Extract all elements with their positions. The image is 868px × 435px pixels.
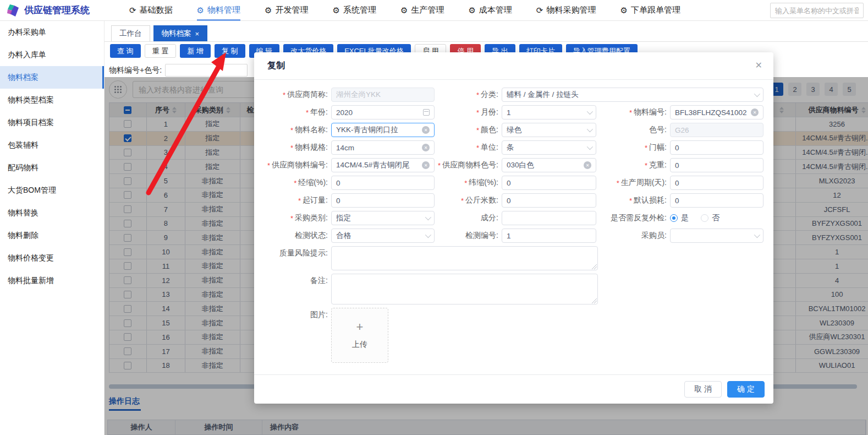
toolbar-button-2[interactable]: 重 置 xyxy=(145,44,177,58)
unit-select[interactable]: 条 xyxy=(502,140,596,155)
nav-item-label: 系统管理 xyxy=(343,5,376,15)
default_loss-field[interactable]: 0 xyxy=(670,193,763,208)
repeat_inspection-radio-2[interactable]: 否 xyxy=(701,213,719,223)
remark-textarea[interactable] xyxy=(331,274,598,304)
category-select[interactable]: 辅料 / 金属件 / 拉链头 xyxy=(502,88,763,102)
sidebar-item-1[interactable]: 办料采购单 xyxy=(0,21,104,44)
gram_weight-label: *克重: xyxy=(604,160,670,170)
sidebar-item-10[interactable]: 物料删除 xyxy=(0,224,104,247)
required-asterisk: * xyxy=(464,179,467,187)
clear-icon[interactable]: ✕ xyxy=(422,126,430,134)
clear-icon[interactable]: ✕ xyxy=(751,108,759,116)
sidebar-item-9[interactable]: 物料替换 xyxy=(0,202,104,224)
year-field[interactable]: 2020 xyxy=(331,105,435,119)
gear-icon: ⚙ xyxy=(468,6,475,14)
nav-item-label: 物料管理 xyxy=(207,5,240,15)
purchase_type-select[interactable]: 指定 xyxy=(331,211,435,225)
quality_risk_note-textarea[interactable] xyxy=(331,246,598,270)
image-upload-button[interactable]: +上传 xyxy=(331,308,388,363)
nav-menu: ⟳基础数据⚙物料管理⚙开发管理⚙系统管理⚙生产管理⚙成本管理⟳物料采购管理⚙下单… xyxy=(129,0,680,21)
sidebar-item-11[interactable]: 物料价格变更 xyxy=(0,247,104,269)
test_status-select[interactable]: 合格 xyxy=(331,229,435,243)
close-icon[interactable]: ✕ xyxy=(755,60,762,70)
clear-icon[interactable]: ✕ xyxy=(422,144,430,151)
min_order_qty-label: *起订量: xyxy=(263,195,331,205)
nav-item-4[interactable]: ⚙系统管理 xyxy=(332,0,376,21)
weft_shrink-field[interactable]: 0 xyxy=(502,176,596,190)
unit-form-item: *单位:条 xyxy=(435,140,604,155)
tab-label: 物料档案 xyxy=(162,29,191,39)
sidebar-item-2[interactable]: 办料入库单 xyxy=(0,44,104,66)
menu-search-input[interactable] xyxy=(770,3,864,18)
default_loss-form-item: *默认损耗:0 xyxy=(604,193,765,208)
material_name-field[interactable]: YKK-青古铜闭口拉✕ xyxy=(331,123,435,137)
month-select[interactable]: 1 xyxy=(502,105,596,119)
sidebar-item-3[interactable]: 物料档案 xyxy=(0,66,104,89)
color-select[interactable]: 绿色 xyxy=(502,123,596,137)
material-code-color-filter-input[interactable] xyxy=(165,64,248,77)
supplier_material_color_no-field[interactable]: 030白色✕ xyxy=(502,158,596,172)
toolbar-button-1[interactable]: 查 询 xyxy=(110,44,141,58)
nav-item-1[interactable]: ⟳基础数据 xyxy=(129,0,173,21)
test_status-form-item: 检测状态:合格 xyxy=(263,229,435,243)
kg_meters-field[interactable]: 0 xyxy=(502,193,596,208)
required-asterisk: * xyxy=(461,197,464,205)
supplier_material_code-form-item: *供应商物料编号:14CM/4.5#青古铜闭尾✕ xyxy=(263,158,435,172)
test_no-field[interactable]: 1 xyxy=(502,229,596,243)
clear-icon[interactable]: ✕ xyxy=(584,161,591,169)
clear-icon[interactable]: ✕ xyxy=(422,161,430,169)
radio-circle-icon xyxy=(670,214,678,222)
sidebar-item-12[interactable]: 物料批量新增 xyxy=(0,269,104,292)
quality_risk_note-label: 质量风险提示: xyxy=(263,246,331,258)
door_width-field[interactable]: 0 xyxy=(670,140,763,155)
chevron-down-icon xyxy=(425,232,431,238)
supplier_material_code-field[interactable]: 14CM/4.5#青古铜闭尾✕ xyxy=(331,158,435,172)
color-label: *颜色: xyxy=(435,125,502,135)
nav-item-6[interactable]: ⚙成本管理 xyxy=(468,0,512,21)
resize-handle-icon[interactable] xyxy=(592,298,597,303)
buyer-select[interactable] xyxy=(670,229,763,243)
chevron-down-icon xyxy=(587,108,593,115)
year-label: *年份: xyxy=(263,107,331,117)
warp_shrink-field[interactable]: 0 xyxy=(331,176,435,190)
composition-label: 成分: xyxy=(435,213,502,223)
top-nav: 供应链管理系统 ⟳基础数据⚙物料管理⚙开发管理⚙系统管理⚙生产管理⚙成本管理⟳物… xyxy=(0,0,868,21)
composition-field[interactable] xyxy=(502,211,596,225)
sidebar-item-5[interactable]: 物料项目档案 xyxy=(0,111,104,134)
material_code-label: *物料编号: xyxy=(604,107,670,117)
nav-item-7[interactable]: ⟳物料采购管理 xyxy=(536,0,596,21)
sidebar-item-4[interactable]: 物料类型档案 xyxy=(0,89,104,111)
nav-item-2[interactable]: ⚙物料管理 xyxy=(197,0,240,21)
material_spec-field[interactable]: 14cm✕ xyxy=(331,140,435,155)
material_spec-label: *物料规格: xyxy=(263,143,331,153)
tab-2[interactable]: 物料档案× xyxy=(153,25,208,41)
nav-item-5[interactable]: ⚙生产管理 xyxy=(400,0,444,21)
sidebar-item-7[interactable]: 配码物料 xyxy=(0,156,104,179)
material_name-label: *物料名称: xyxy=(263,125,331,135)
confirm-button[interactable]: 确 定 xyxy=(727,381,765,398)
gram_weight-field[interactable]: 0 xyxy=(670,158,763,172)
tab-bar: 工作台物料档案× xyxy=(111,25,207,41)
toolbar-button-3[interactable]: 新 增 xyxy=(180,44,211,58)
weft_shrink-form-item: *纬缩(%):0 xyxy=(435,176,604,190)
nav-item-8[interactable]: ⚙下单跟单管理 xyxy=(620,0,680,21)
resize-handle-icon[interactable] xyxy=(592,264,597,269)
repeat_inspection-radio-1[interactable]: 是 xyxy=(670,213,689,223)
material_code-field[interactable]: BFL38FLHZQS41002✕ xyxy=(670,105,763,119)
material_name-form-item: *物料名称:YKK-青古铜闭口拉✕ xyxy=(263,123,435,137)
min_order_qty-field[interactable]: 0 xyxy=(331,193,435,208)
required-asterisk: * xyxy=(629,197,632,205)
tab-close-icon[interactable]: × xyxy=(195,30,200,37)
cancel-button[interactable]: 取 消 xyxy=(684,381,722,398)
required-asterisk: * xyxy=(283,91,285,99)
toolbar-button-4[interactable]: 复 制 xyxy=(215,44,245,58)
required-asterisk: * xyxy=(290,126,293,134)
color_no-form-item: 色号:G26 xyxy=(604,123,765,137)
gear-icon: ⚙ xyxy=(620,6,627,14)
production_cycle-field[interactable]: 0 xyxy=(670,176,763,190)
sidebar-item-8[interactable]: 大货BOM管理 xyxy=(0,179,104,202)
nav-item-3[interactable]: ⚙开发管理 xyxy=(265,0,308,21)
sidebar-item-6[interactable]: 包装辅料 xyxy=(0,134,104,156)
required-asterisk: * xyxy=(476,144,479,152)
tab-1[interactable]: 工作台 xyxy=(111,25,150,41)
